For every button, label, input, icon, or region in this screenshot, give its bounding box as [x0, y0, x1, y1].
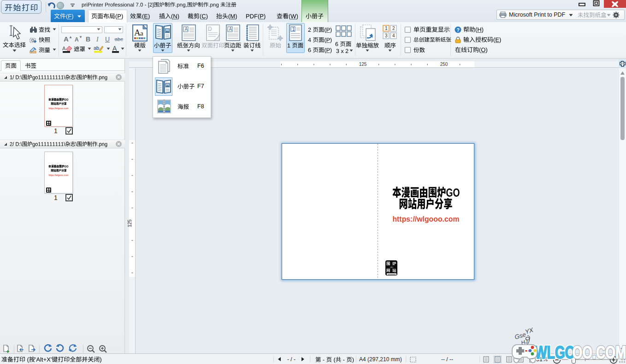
svg-text:A: A — [229, 27, 232, 32]
svg-text:▲: ▲ — [69, 35, 72, 39]
svg-text:4: 4 — [392, 33, 395, 38]
svg-text:A: A — [185, 27, 188, 32]
svg-text:a: a — [140, 29, 143, 37]
svg-text:I: I — [96, 36, 99, 43]
svg-text:WLGO: WLGO — [535, 343, 575, 362]
svg-text:A: A — [112, 45, 117, 52]
svg-text:A: A — [75, 36, 79, 43]
svg-text:OO.COM: OO.COM — [572, 343, 626, 362]
svg-text:A: A — [64, 35, 69, 43]
svg-text:A: A — [62, 46, 66, 51]
svg-text:U: U — [105, 35, 110, 43]
svg-text:D: D — [208, 26, 212, 32]
svg-text:1: 1 — [292, 27, 295, 32]
svg-text:1: 1 — [385, 26, 388, 31]
svg-text:2: 2 — [392, 26, 395, 31]
svg-text:B: B — [86, 35, 90, 43]
svg-text:A: A — [134, 28, 141, 37]
svg-text:?: ? — [456, 27, 460, 33]
svg-text:▼: ▼ — [79, 35, 83, 39]
svg-text:ab: ab — [94, 45, 99, 51]
svg-text:3: 3 — [385, 33, 388, 38]
